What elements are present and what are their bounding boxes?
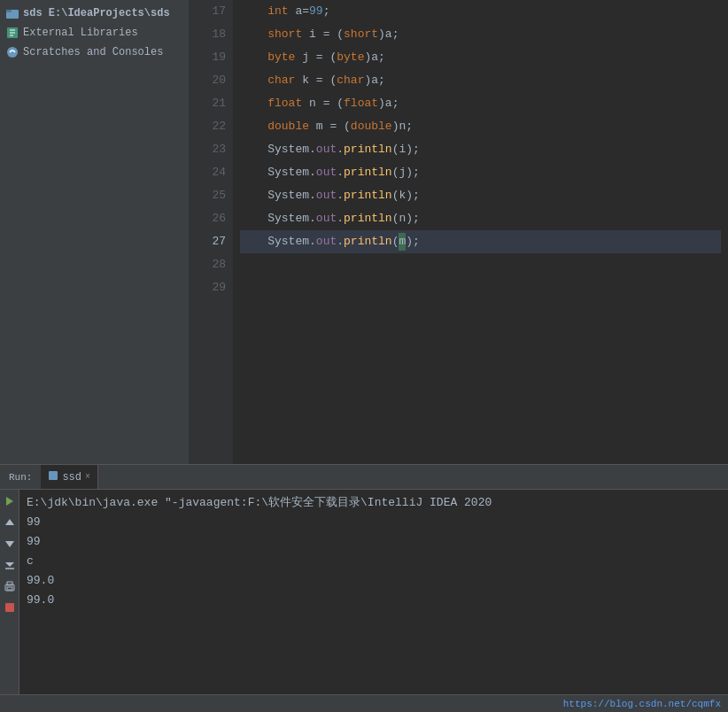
console-line-1: 99 [27,513,721,532]
bottom-tabs-bar: Run: ssd × [0,465,728,490]
line-num-24: 24 [192,161,226,184]
svg-marker-11 [5,562,14,567]
line-num-19: 19 [192,46,226,69]
code-line-28 [240,253,721,276]
scroll-up-button[interactable] [2,515,18,530]
stop-button[interactable] [2,600,18,615]
scratch-icon [5,45,19,59]
code-line-25: System.out.println(k); [240,184,721,207]
code-line-21: float n = (float)a; [240,92,721,115]
line-num-26: 26 [192,207,226,230]
console-output[interactable]: E:\jdk\bin\java.exe "-javaagent:F:\软件安全下… [19,490,728,694]
run-label: Run: [4,472,37,483]
bottom-content: E:\jdk\bin\java.exe "-javaagent:F:\软件安全下… [0,490,728,694]
rerun-button[interactable] [2,493,18,509]
status-link[interactable]: https://blog.csdn.net/cqmfx [563,699,721,709]
sidebar-item-scratches[interactable]: Scratches and Consoles [0,43,186,62]
svg-rect-16 [5,603,14,612]
svg-marker-10 [5,541,14,547]
run-tab-ssd[interactable]: ssd × [41,465,98,489]
sidebar-item-project[interactable]: sds E:\IdeaProjects\sds [0,4,186,23]
status-bar: https://blog.csdn.net/cqmfx [0,694,728,712]
code-content[interactable]: int a=99; short i = (short)a; byte j = (… [233,0,728,464]
code-line-20: char k = (char)a; [240,69,721,92]
scroll-down-button[interactable] [2,536,18,552]
code-line-27: System.out.println(m); [240,230,721,253]
line-num-25: 25 [192,184,226,207]
tab-label: ssd [62,471,81,484]
bottom-panel: Run: ssd × [0,464,728,694]
console-line-0: E:\jdk\bin\java.exe "-javaagent:F:\软件安全下… [27,493,721,513]
svg-marker-8 [6,497,13,506]
print-button[interactable] [2,578,18,594]
code-line-23: System.out.println(i); [240,138,721,161]
line-num-23: 23 [192,138,226,161]
console-line-4: 99.0 [27,571,721,591]
library-icon [5,26,19,40]
svg-rect-1 [6,10,12,12]
project-icon [5,6,19,20]
line-num-18: 18 [192,23,226,46]
scroll-to-end-button[interactable] [2,557,18,573]
code-line-19: byte j = (byte)a; [240,46,721,69]
line-num-28: 28 [192,253,226,276]
svg-point-6 [7,47,18,58]
line-num-20: 20 [192,69,226,92]
editor-area: 17 18 19 20 21 22 23 24 25 26 27 28 29 i… [189,0,728,464]
bottom-toolbar [0,490,19,694]
main-area: sds E:\IdeaProjects\sds External Librari… [0,0,728,464]
code-line-22: double m = (double)n; [240,115,721,138]
line-num-27: 27 [192,230,226,253]
line-num-21: 21 [192,92,226,115]
line-num-17: 17 [192,0,226,23]
console-line-3: c [27,552,721,571]
code-line-26: System.out.println(n); [240,207,721,230]
code-line-24: System.out.println(j); [240,161,721,184]
code-line-17: int a=99; [240,0,721,23]
line-num-22: 22 [192,115,226,138]
tab-icon [48,470,58,484]
sidebar-item-external-libraries[interactable]: External Libraries [0,23,186,43]
sidebar-libraries-label: External Libraries [23,27,138,39]
tab-close-button[interactable]: × [85,472,90,482]
sidebar-project-label: sds E:\IdeaProjects\sds [23,7,170,19]
sidebar-scratches-label: Scratches and Consoles [23,46,163,58]
svg-marker-9 [5,519,14,525]
svg-rect-7 [49,471,58,480]
line-num-29: 29 [192,276,226,299]
code-line-29 [240,276,721,299]
code-line-18: short i = (short)a; [240,23,721,46]
sidebar: sds E:\IdeaProjects\sds External Librari… [0,0,186,464]
line-numbers: 17 18 19 20 21 22 23 24 25 26 27 28 29 [189,0,233,464]
svg-rect-15 [7,587,12,590]
code-view: 17 18 19 20 21 22 23 24 25 26 27 28 29 i… [189,0,728,464]
console-line-2: 99 [27,532,721,552]
console-line-5: 99.0 [27,591,721,610]
